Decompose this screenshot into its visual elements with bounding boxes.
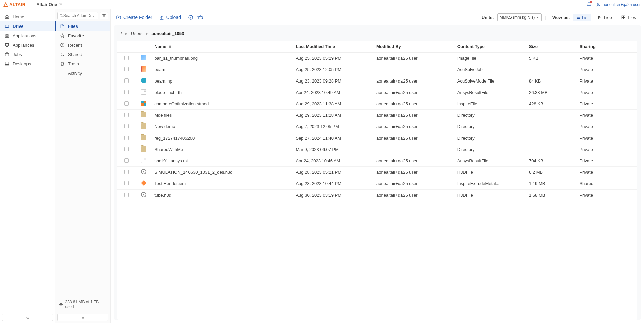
table-row[interactable]: reg_1727417405200Sep 27, 2024 11:40 AMao… bbox=[117, 132, 637, 144]
file-name: blade_inch.rth bbox=[154, 90, 182, 95]
file-type-icon bbox=[141, 135, 146, 140]
table-row[interactable]: Mde filesAug 29, 2023 11:28 AMaonealtair… bbox=[117, 110, 637, 121]
file-content-type: AnsysResultFile bbox=[457, 90, 488, 95]
svg-rect-15 bbox=[624, 16, 625, 17]
view-tree-button[interactable]: Tree bbox=[595, 14, 615, 21]
sidebar-item-label: Applications bbox=[13, 33, 36, 38]
header-name-label: Name bbox=[154, 44, 166, 49]
file-content-type: H3DFile bbox=[457, 193, 473, 198]
view-list-button[interactable]: List bbox=[573, 14, 591, 21]
header-checkbox[interactable] bbox=[117, 41, 136, 53]
row-checkbox[interactable] bbox=[124, 90, 129, 94]
file-content-type: H3DFile bbox=[457, 170, 473, 175]
table-row[interactable]: beamAug 25, 2023 12:05 PMAcuSolveJobPriv… bbox=[117, 64, 637, 75]
appliances-icon bbox=[5, 43, 9, 47]
sidebar-item-files[interactable]: Files bbox=[55, 21, 110, 31]
row-checkbox[interactable] bbox=[124, 158, 129, 163]
sidebar-item-favorite[interactable]: Favorite bbox=[55, 31, 110, 40]
svg-rect-6 bbox=[7, 36, 9, 37]
svg-rect-8 bbox=[5, 53, 9, 56]
info-button[interactable]: Info bbox=[188, 15, 203, 20]
sidebar-item-home[interactable]: Home bbox=[0, 12, 55, 21]
storage-usage: 338.61 MB of 1 TB used bbox=[55, 297, 110, 312]
sidebar-item-recent[interactable]: Recent bbox=[55, 40, 110, 50]
file-size: 6.2 MB bbox=[529, 170, 543, 175]
header-sharing[interactable]: Sharing bbox=[577, 41, 637, 53]
row-checkbox[interactable] bbox=[124, 56, 129, 60]
units-select[interactable]: MMKS (mm kg N s) bbox=[497, 13, 542, 21]
sidebar-item-activity[interactable]: Activity bbox=[55, 68, 110, 78]
notifications-icon[interactable] bbox=[587, 2, 591, 7]
table-row[interactable]: blade_inch.rthApr 24, 2023 10:49 AMaonea… bbox=[117, 87, 637, 98]
table-row[interactable]: New demoAug 7, 2023 12:05 PMaonealtair+q… bbox=[117, 121, 637, 132]
file-modified-by: aonealtair+qa25 user bbox=[376, 90, 418, 95]
row-checkbox[interactable] bbox=[124, 136, 129, 140]
header-size[interactable]: Size bbox=[526, 41, 577, 53]
create-folder-label: Create Folder bbox=[123, 15, 152, 20]
activity-icon bbox=[60, 71, 65, 75]
row-checkbox[interactable] bbox=[124, 101, 129, 106]
table-row[interactable]: compareOptimization.stmodAug 29, 2023 11… bbox=[117, 98, 637, 110]
user-menu[interactable]: aonealtair+qa25 user bbox=[596, 2, 641, 7]
sidebar-item-applications[interactable]: Applications bbox=[0, 31, 55, 40]
collapse-primary-sidebar-button[interactable]: « bbox=[2, 314, 53, 321]
table-row[interactable]: bar_s1_thumbnail.pngAug 25, 2023 05:29 P… bbox=[117, 53, 637, 64]
upload-button[interactable]: Upload bbox=[159, 15, 181, 20]
search-box[interactable] bbox=[57, 12, 98, 19]
table-row[interactable]: SIMULATION_140530_1031_2_des.h3dAug 28, … bbox=[117, 167, 637, 178]
file-type-icon bbox=[141, 158, 146, 163]
filter-button[interactable] bbox=[100, 12, 108, 19]
header-by-label: Modified By bbox=[376, 44, 401, 49]
row-checkbox[interactable] bbox=[124, 78, 129, 83]
table-row[interactable]: SharedWithMeMar 9, 2023 06:07 PMDirector… bbox=[117, 144, 637, 155]
header-type[interactable]: Content Type bbox=[454, 41, 526, 53]
units-label: Units: bbox=[482, 15, 494, 20]
sidebar-item-jobs[interactable]: Jobs bbox=[0, 50, 55, 59]
row-checkbox[interactable] bbox=[124, 147, 129, 151]
sidebar-item-shared[interactable]: Shared bbox=[55, 50, 110, 59]
create-folder-button[interactable]: Create Folder bbox=[116, 15, 152, 20]
topbar: ALTAIR | Altair One™ aonealtair+qa25 use… bbox=[0, 0, 644, 9]
file-size: 1.19 MB bbox=[529, 181, 545, 186]
header-size-label: Size bbox=[529, 44, 538, 49]
sidebar-item-drive[interactable]: Drive bbox=[0, 21, 55, 31]
row-checkbox[interactable] bbox=[124, 67, 129, 71]
table-row[interactable]: shell91_ansys.rstApr 24, 2023 10:46 AMao… bbox=[117, 155, 637, 167]
sidebar-item-desktops[interactable]: Desktops bbox=[0, 59, 55, 68]
row-checkbox[interactable] bbox=[124, 124, 129, 128]
file-name: New demo bbox=[154, 124, 175, 129]
file-modified-by: aonealtair+qa25 user bbox=[376, 78, 418, 84]
row-checkbox[interactable] bbox=[124, 193, 129, 197]
search-input[interactable] bbox=[63, 13, 96, 18]
table-row[interactable]: beam.inpAug 23, 2023 09:28 PMaonealtair+… bbox=[117, 75, 637, 87]
file-sharing: Private bbox=[579, 101, 593, 106]
secondary-sidebar: Files Favorite Recent Shared Trash Activ… bbox=[55, 9, 111, 323]
header-by[interactable]: Modified By bbox=[374, 41, 454, 53]
row-checkbox[interactable] bbox=[124, 113, 129, 117]
apps-icon bbox=[5, 33, 9, 38]
file-type-icon bbox=[141, 169, 146, 174]
file-size: 704 KB bbox=[529, 158, 543, 163]
file-content-type: InspireFile bbox=[457, 101, 477, 106]
chevron-right-icon: ▸ bbox=[146, 31, 148, 36]
file-modified: Aug 29, 2023 11:38 AM bbox=[296, 101, 341, 106]
file-modified-by: aonealtair+qa25 user bbox=[376, 101, 418, 106]
file-modified: Aug 23, 2023 10:44 PM bbox=[296, 181, 341, 186]
row-checkbox[interactable] bbox=[124, 181, 129, 185]
desktops-icon bbox=[5, 61, 9, 66]
table-row[interactable]: TestIRender.iemAug 23, 2023 10:44 PMaone… bbox=[117, 178, 637, 190]
breadcrumb-users[interactable]: Users bbox=[131, 31, 143, 36]
header-modified[interactable]: Last Modified Time bbox=[293, 41, 374, 53]
collapse-secondary-sidebar-button[interactable]: « bbox=[57, 314, 108, 321]
view-tiles-button[interactable]: Tiles bbox=[618, 14, 639, 21]
header-name[interactable]: Name ⇅ bbox=[152, 41, 293, 53]
info-icon bbox=[188, 15, 193, 20]
file-modified-by: aonealtair+qa25 user bbox=[376, 136, 418, 141]
row-checkbox[interactable] bbox=[124, 170, 129, 174]
sidebar-item-appliances[interactable]: Appliances bbox=[0, 40, 55, 50]
sidebar-item-trash[interactable]: Trash bbox=[55, 59, 110, 68]
table-row[interactable]: tube.h3dAug 30, 2023 03:19 PMaonealtair+… bbox=[117, 190, 637, 201]
chevron-right-icon: ▸ bbox=[125, 31, 128, 36]
breadcrumb-root[interactable]: / bbox=[121, 31, 122, 36]
file-type-icon bbox=[141, 55, 146, 60]
